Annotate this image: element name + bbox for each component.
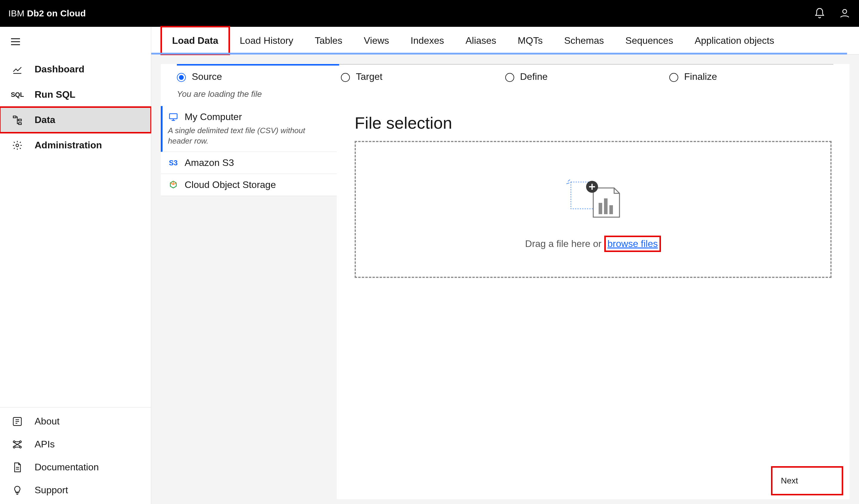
drop-text: Drag a file here or browse files (525, 236, 661, 252)
next-button[interactable]: Next (772, 467, 842, 494)
source-my-computer[interactable]: My Computer A single delimited text file… (161, 106, 337, 152)
source-amazon-s3[interactable]: S3 Amazon S3 (161, 152, 337, 174)
browse-files-link[interactable]: browse files (604, 236, 661, 252)
radio-icon (341, 73, 350, 82)
svg-point-15 (20, 446, 21, 448)
tab-sequences[interactable]: Sequences (615, 27, 684, 54)
svg-rect-4 (13, 116, 16, 118)
top-header: IBM Db2 on Cloud (0, 0, 859, 27)
source-label: Cloud Object Storage (185, 179, 276, 190)
tab-load-history[interactable]: Load History (229, 27, 304, 54)
chart-line-icon (11, 64, 24, 75)
upload-illustration-icon (563, 167, 623, 227)
gear-icon (11, 140, 24, 151)
cloud-cube-icon (168, 179, 179, 190)
step-define[interactable]: Define (505, 64, 669, 89)
sidebar-item-label: Documentation (35, 462, 99, 473)
sidebar: Dashboard SQL Run SQL Data (0, 27, 151, 504)
svg-rect-27 (604, 199, 607, 214)
tab-views[interactable]: Views (353, 27, 400, 54)
svg-point-13 (20, 441, 21, 443)
source-label: Amazon S3 (185, 157, 234, 168)
tab-mqts[interactable]: MQTs (507, 27, 554, 54)
svg-point-14 (13, 446, 15, 448)
sidebar-item-label: Support (35, 485, 68, 496)
step-target[interactable]: Target (341, 64, 505, 89)
idea-icon (11, 485, 24, 496)
menu-toggle[interactable] (0, 27, 151, 57)
step-finalize[interactable]: Finalize (669, 64, 833, 89)
source-label: My Computer (185, 111, 242, 123)
sidebar-item-label: Run SQL (35, 89, 75, 100)
monitor-icon (168, 112, 179, 123)
sidebar-item-about[interactable]: About (0, 410, 151, 433)
source-list: My Computer A single delimited text file… (161, 106, 337, 499)
file-selection-area: File selection (337, 106, 849, 499)
file-selection-title: File selection (355, 113, 832, 132)
main-panel: Source Target Define Finalize You are lo… (161, 64, 849, 499)
svg-point-7 (16, 144, 19, 146)
sidebar-item-apis[interactable]: APIs (0, 433, 151, 456)
sidebar-item-administration[interactable]: Administration (0, 132, 151, 158)
svg-rect-26 (599, 203, 602, 214)
sql-icon: SQL (11, 91, 24, 99)
brand-product: Db2 on Cloud (27, 8, 86, 18)
svg-point-0 (843, 10, 846, 13)
sidebar-item-label: APIs (35, 439, 55, 450)
svg-rect-22 (169, 113, 177, 119)
svg-rect-6 (19, 123, 21, 125)
source-cloud-object-storage[interactable]: Cloud Object Storage (161, 174, 337, 196)
radio-icon (669, 73, 678, 82)
svg-line-33 (567, 183, 569, 184)
svg-rect-5 (19, 119, 21, 121)
sidebar-item-label: About (35, 416, 60, 427)
tree-icon (11, 115, 24, 125)
sidebar-item-label: Dashboard (35, 64, 85, 75)
info-icon (11, 416, 24, 427)
tab-tables[interactable]: Tables (304, 27, 353, 54)
sidebar-item-documentation[interactable]: Documentation (0, 456, 151, 479)
step-source[interactable]: Source (177, 64, 341, 89)
s3-icon: S3 (168, 158, 179, 168)
sidebar-item-support[interactable]: Support (0, 479, 151, 502)
sidebar-item-data[interactable]: Data (0, 107, 151, 132)
svg-rect-28 (609, 205, 613, 214)
radio-icon (177, 73, 186, 82)
tab-load-data[interactable]: Load Data (161, 27, 229, 54)
source-desc: A single delimited text file (CSV) witho… (168, 125, 330, 146)
svg-line-32 (568, 179, 570, 182)
user-icon[interactable] (839, 7, 851, 19)
svg-point-12 (13, 441, 15, 443)
notification-icon[interactable] (814, 7, 826, 19)
content-area: Load Data Load History Tables Views Inde… (151, 27, 859, 504)
stepper-subtext: You are loading the file (161, 89, 849, 106)
tab-aliases[interactable]: Aliases (455, 27, 507, 54)
document-icon (11, 462, 24, 473)
stepper: Source Target Define Finalize (161, 64, 849, 89)
file-dropzone[interactable]: Drag a file here or browse files (355, 141, 832, 278)
sidebar-item-label: Data (35, 114, 55, 125)
tab-schemas[interactable]: Schemas (553, 27, 614, 54)
sidebar-item-label: Administration (35, 140, 102, 151)
sidebar-item-dashboard[interactable]: Dashboard (0, 57, 151, 82)
radio-icon (505, 73, 514, 82)
tab-indexes[interactable]: Indexes (400, 27, 455, 54)
brand: IBM Db2 on Cloud (8, 8, 86, 18)
tabs-bar: Load Data Load History Tables Views Inde… (151, 27, 859, 54)
graph-icon (11, 439, 24, 450)
tab-application-objects[interactable]: Application objects (684, 27, 785, 54)
brand-prefix: IBM (8, 8, 25, 18)
sidebar-item-runsql[interactable]: SQL Run SQL (0, 82, 151, 107)
